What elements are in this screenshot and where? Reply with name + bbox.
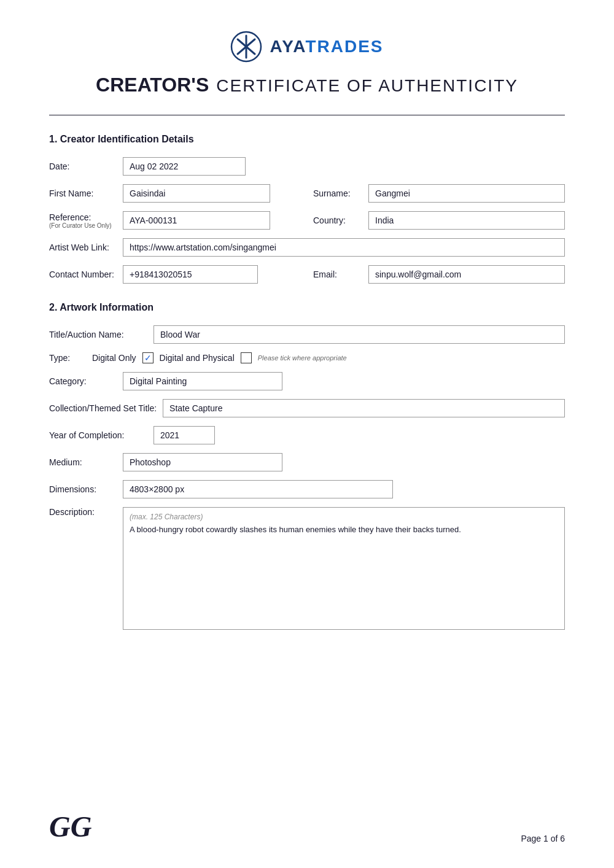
country-field[interactable]: India — [368, 211, 565, 230]
footer: GG Page 1 of 6 — [49, 810, 565, 843]
type-row: Type: Digital Only ✓ Digital and Physica… — [49, 352, 565, 363]
type-label: Type: — [49, 353, 86, 363]
collection-field[interactable]: State Capture — [163, 399, 565, 417]
footer-page-info: Page 1 of 6 — [521, 834, 565, 843]
firstname-field[interactable]: Gaisindai — [123, 184, 270, 203]
section2-title: 2. Artwork Information — [49, 302, 565, 313]
description-row: Description: (max. 125 Characters) A blo… — [49, 507, 565, 630]
weblink-field[interactable]: https://www.artstation.com/singangmei — [123, 238, 565, 257]
category-row: Category: Digital Painting — [49, 372, 565, 390]
description-placeholder: (max. 125 Characters) — [130, 513, 558, 521]
document-title: CREATOR'S CERTIFICATE OF AUTHENTICITY — [96, 74, 518, 96]
description-text: A blood-hungry robot cowardly slashes it… — [130, 525, 558, 534]
reference-field[interactable]: AYA-000131 — [123, 211, 270, 230]
name-row: First Name: Gaisindai Surname: Gangmei — [49, 184, 565, 203]
document-page: AYATRADES CREATOR'S CERTIFICATE OF AUTHE… — [0, 0, 614, 868]
header: AYATRADES CREATOR'S CERTIFICATE OF AUTHE… — [49, 31, 565, 96]
email-label: Email: — [313, 269, 362, 279]
dimensions-row: Dimensions: 4803×2800 px — [49, 480, 565, 498]
title-regular-part: CERTIFICATE OF AUTHENTICITY — [216, 76, 518, 96]
dimensions-label: Dimensions: — [49, 484, 117, 494]
digital-physical-checkbox[interactable] — [241, 352, 252, 363]
surname-group: Surname: Gangmei — [313, 184, 565, 203]
title-bold-part: CREATOR'S — [96, 74, 209, 96]
firstname-label: First Name: — [49, 188, 117, 198]
contact-row: Contact Number: +918413020515 Email: sin… — [49, 265, 565, 284]
date-label: Date: — [49, 161, 117, 171]
dimensions-field[interactable]: 4803×2800 px — [123, 480, 393, 498]
logo-icon — [230, 31, 262, 63]
country-group: Country: India — [313, 211, 565, 230]
reference-sublabel: (For Curator Use Only) — [49, 222, 117, 229]
surname-label: Surname: — [313, 188, 362, 198]
section-creator-identification: 1. Creator Identification Details Date: … — [49, 134, 565, 284]
reference-group: Reference: (For Curator Use Only) AYA-00… — [49, 211, 301, 230]
description-label: Description: — [49, 507, 117, 517]
weblink-label: Artist Web Link: — [49, 242, 117, 252]
section-artwork-information: 2. Artwork Information Title/Auction Nam… — [49, 302, 565, 630]
artwork-title-label: Title/Auction Name: — [49, 330, 147, 339]
type-option2-text: Digital and Physical — [160, 353, 235, 363]
digital-only-checkbox[interactable]: ✓ — [142, 352, 154, 363]
reference-label: Reference: — [49, 212, 117, 222]
country-label: Country: — [313, 215, 362, 225]
artwork-title-row: Title/Auction Name: Blood War — [49, 325, 565, 344]
category-label: Category: — [49, 376, 117, 386]
date-field[interactable]: Aug 02 2022 — [123, 157, 246, 176]
email-group: Email: sinpu.wolf@gmail.com — [313, 265, 565, 284]
type-note: Please tick where appropriate — [258, 354, 347, 362]
contact-group: Contact Number: +918413020515 — [49, 265, 301, 284]
email-field[interactable]: sinpu.wolf@gmail.com — [368, 265, 565, 284]
medium-field[interactable]: Photoshop — [123, 453, 282, 471]
firstname-group: First Name: Gaisindai — [49, 184, 301, 203]
collection-label: Collection/Themed Set Title: — [49, 403, 157, 413]
logo-text: AYATRADES — [270, 37, 383, 56]
header-divider — [49, 115, 565, 115]
year-row: Year of Completion: 2021 — [49, 426, 565, 444]
year-label: Year of Completion: — [49, 430, 147, 440]
reference-row: Reference: (For Curator Use Only) AYA-00… — [49, 211, 565, 230]
contact-field[interactable]: +918413020515 — [123, 265, 258, 284]
date-row: Date: Aug 02 2022 — [49, 157, 565, 176]
logo-area: AYATRADES — [230, 31, 383, 63]
category-field[interactable]: Digital Painting — [123, 372, 282, 390]
weblink-row: Artist Web Link: https://www.artstation.… — [49, 238, 565, 257]
surname-field[interactable]: Gangmei — [368, 184, 565, 203]
collection-row: Collection/Themed Set Title: State Captu… — [49, 399, 565, 417]
footer-initials: GG — [49, 810, 91, 843]
artwork-title-field[interactable]: Blood War — [154, 325, 565, 344]
section1-title: 1. Creator Identification Details — [49, 134, 565, 145]
medium-label: Medium: — [49, 457, 117, 467]
description-field[interactable]: (max. 125 Characters) A blood-hungry rob… — [123, 507, 565, 630]
type-option1-text: Digital Only — [92, 353, 136, 363]
year-field[interactable]: 2021 — [154, 426, 215, 444]
reference-label-stack: Reference: (For Curator Use Only) — [49, 212, 117, 229]
medium-row: Medium: Photoshop — [49, 453, 565, 471]
contact-label: Contact Number: — [49, 269, 117, 279]
